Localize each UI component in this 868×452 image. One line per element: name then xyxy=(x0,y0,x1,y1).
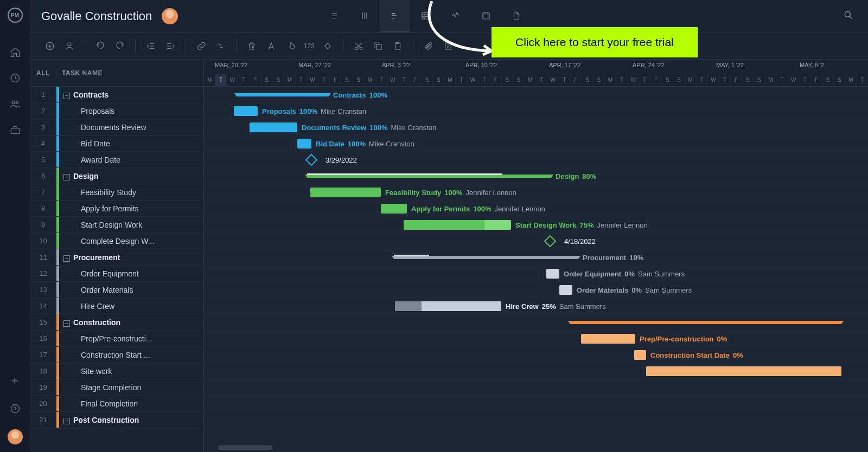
timeline-day-label: W xyxy=(547,74,559,86)
task-row[interactable]: 2Proposals xyxy=(30,103,203,119)
task-row[interactable]: 20Final Completion xyxy=(30,396,203,412)
task-row[interactable]: 5Award Date xyxy=(30,152,203,168)
task-row[interactable]: 15−Construction xyxy=(30,314,203,331)
gantt-bar-pct: 19% xyxy=(629,254,643,262)
timeline-day-label: S xyxy=(754,74,765,86)
indent-button[interactable] xyxy=(162,37,179,55)
gantt-task-bar[interactable]: Construction Start Date0% xyxy=(634,350,646,360)
timeline-day-label: F xyxy=(330,74,341,86)
gantt-task-bar[interactable]: Proposals100%Mike Cranston xyxy=(234,106,258,116)
gantt-summary-bar[interactable] xyxy=(570,321,841,324)
task-row-number: 12 xyxy=(30,269,56,277)
paste-button[interactable] xyxy=(389,37,406,55)
task-row[interactable]: 9Start Design Work xyxy=(30,217,203,233)
task-name: Proposals xyxy=(59,107,203,115)
milestone-button[interactable] xyxy=(319,37,336,55)
view-board-icon[interactable] xyxy=(349,0,380,33)
task-row-number: 20 xyxy=(30,399,56,408)
cut-button[interactable] xyxy=(350,37,367,55)
task-row[interactable]: 21−Post Construction xyxy=(30,412,203,428)
help-icon[interactable] xyxy=(9,402,22,415)
collapse-icon[interactable]: − xyxy=(63,418,70,424)
recent-icon[interactable] xyxy=(9,72,22,85)
note-button[interactable] xyxy=(439,37,457,55)
svg-point-1 xyxy=(12,101,15,104)
task-row[interactable]: 3Documents Review xyxy=(30,119,203,135)
collapse-icon[interactable]: − xyxy=(63,320,70,327)
task-row[interactable]: 8Apply for Permits xyxy=(30,201,203,217)
gantt-milestone[interactable] xyxy=(544,235,557,248)
svg-rect-3 xyxy=(11,128,19,134)
gantt-task-bar[interactable]: Order Materials0%Sam Summers xyxy=(559,285,572,295)
gantt-bar-assignee: Mike Cranston xyxy=(321,107,366,115)
gantt-summary-bar[interactable]: Procurement19% xyxy=(394,256,578,259)
gantt-task-bar[interactable]: Order Equipment0%Sam Summers xyxy=(546,269,559,279)
column-all[interactable]: ALL xyxy=(30,69,56,77)
outdent-button[interactable] xyxy=(142,37,159,55)
task-row[interactable]: 17Construction Start ... xyxy=(30,347,203,363)
gantt-task-bar[interactable]: Feasibility Study100%Jennifer Lennon xyxy=(310,188,381,197)
gantt-chart[interactable]: MTWTFSSMTWTFSSMTWTFSSMTWTFSSMTWTFSSMTWTF… xyxy=(204,60,868,452)
project-avatar[interactable] xyxy=(162,8,178,24)
search-icon[interactable] xyxy=(840,7,857,25)
timeline-day-label: T xyxy=(456,74,467,86)
task-row[interactable]: 4Bid Date xyxy=(30,135,203,152)
task-row[interactable]: 16Prep/Pre-constructi... xyxy=(30,331,203,347)
gantt-bar-assignee: Sam Summers xyxy=(638,270,685,278)
gantt-summary-bar[interactable]: Design80% xyxy=(307,175,551,178)
task-row-number: 10 xyxy=(30,237,56,245)
horizontal-scrollbar[interactable] xyxy=(218,445,272,450)
cta-banner[interactable]: Click here to start your free trial xyxy=(492,27,698,57)
view-gantt-icon[interactable] xyxy=(380,0,410,33)
task-name: Final Completion xyxy=(59,399,203,408)
column-task-name[interactable]: TASK NAME xyxy=(56,69,103,77)
task-row[interactable]: 13Order Materials xyxy=(30,282,203,298)
collapse-icon[interactable]: − xyxy=(63,255,70,262)
user-avatar[interactable] xyxy=(8,429,23,444)
attach-button[interactable] xyxy=(420,37,437,55)
gantt-task-bar[interactable]: Apply for Permits100%Jennifer Lennon xyxy=(381,204,407,214)
task-row[interactable]: 6−Design xyxy=(30,168,203,184)
task-row[interactable]: 14Hire Crew xyxy=(30,298,203,314)
task-row[interactable]: 19Stage Completion xyxy=(30,379,203,396)
timeline-day-label: T xyxy=(697,74,708,86)
task-row[interactable]: 11−Procurement xyxy=(30,249,203,266)
task-row[interactable]: 12Order Equipment xyxy=(30,266,203,282)
task-row[interactable]: 1−Contracts xyxy=(30,87,203,103)
app-logo: PM xyxy=(8,8,23,23)
gantt-task-bar[interactable]: Prep/Pre-construction0% xyxy=(581,334,635,344)
unlink-button[interactable] xyxy=(212,37,229,55)
add-icon[interactable]: + xyxy=(11,374,18,388)
delete-button[interactable] xyxy=(243,37,260,55)
assign-button[interactable] xyxy=(61,37,78,55)
gantt-task-bar[interactable]: Documents Review100%Mike Cranston xyxy=(250,122,297,132)
task-row[interactable]: 7Feasibility Study xyxy=(30,184,203,201)
view-list-icon[interactable] xyxy=(319,0,349,33)
task-row[interactable]: 10Complete Design W... xyxy=(30,233,203,249)
timeline-day-label: S xyxy=(673,74,685,86)
copy-button[interactable] xyxy=(369,37,387,55)
redo-button[interactable] xyxy=(111,37,129,55)
color-button[interactable] xyxy=(282,37,299,55)
view-dashboard-icon[interactable] xyxy=(441,0,471,33)
collapse-icon[interactable]: − xyxy=(63,93,70,99)
home-icon[interactable] xyxy=(9,46,22,59)
task-row-number: 4 xyxy=(30,139,56,147)
collapse-icon[interactable]: − xyxy=(63,174,70,180)
briefcase-icon[interactable] xyxy=(9,124,22,137)
task-name: Start Design Work xyxy=(59,221,203,229)
task-row[interactable]: 18Site work xyxy=(30,363,203,379)
gantt-task-bar[interactable] xyxy=(646,366,841,376)
svg-point-2 xyxy=(16,101,18,104)
gantt-task-bar[interactable]: Bid Date100%Mike Cranston xyxy=(297,139,311,148)
gantt-summary-bar[interactable]: Contracts100% xyxy=(237,93,329,96)
font-button[interactable] xyxy=(263,37,280,55)
gantt-task-bar[interactable]: Start Design Work75%Jennifer Lennon xyxy=(404,220,511,230)
gantt-task-bar[interactable]: Hire Crew25%Sam Summers xyxy=(395,301,501,311)
people-icon[interactable] xyxy=(9,98,22,111)
view-sheet-icon[interactable] xyxy=(410,0,441,33)
gantt-milestone[interactable] xyxy=(305,154,318,166)
add-task-button[interactable] xyxy=(41,37,59,55)
link-button[interactable] xyxy=(193,37,210,55)
undo-button[interactable] xyxy=(92,37,109,55)
